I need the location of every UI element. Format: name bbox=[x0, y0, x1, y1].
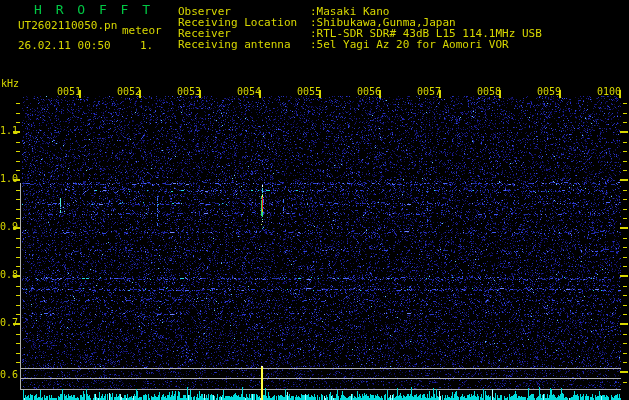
time-tick-label: 0057 bbox=[417, 87, 441, 97]
freq-tick-label: 0.6 bbox=[0, 370, 18, 380]
time-tick-label: 0059 bbox=[537, 87, 561, 97]
time-tick-label: 0058 bbox=[477, 87, 501, 97]
freq-axis-unit: kHz bbox=[1, 79, 19, 89]
spectrogram-canvas bbox=[0, 0, 629, 400]
freq-tick-label: 1.0 bbox=[0, 174, 18, 184]
freq-tick-label: 0.7 bbox=[0, 318, 18, 328]
field-value-antenna: :5el Yagi Az 20 for Aomori VOR bbox=[310, 39, 509, 50]
filename-label: UT2602110050.pn bbox=[18, 20, 117, 31]
app-title: H R O F F T bbox=[34, 3, 153, 16]
time-tick-label: 0056 bbox=[357, 87, 381, 97]
mode-label: meteor bbox=[122, 25, 162, 36]
hrofft-window: H R O F F T UT2602110050.pn meteor 26.02… bbox=[0, 0, 629, 400]
time-tick-label: 0053 bbox=[177, 87, 201, 97]
datetime-label: 26.02.11 00:50 bbox=[18, 40, 111, 51]
freq-tick-label: 1.1 bbox=[0, 126, 18, 136]
time-tick-label: 0100 bbox=[597, 87, 621, 97]
freq-tick-label: 0.8 bbox=[0, 270, 18, 280]
counter-label: 1. bbox=[140, 40, 153, 51]
freq-tick-label: 0.9 bbox=[0, 222, 18, 232]
time-tick-label: 0055 bbox=[297, 87, 321, 97]
time-tick-label: 0054 bbox=[237, 87, 261, 97]
time-tick-label: 0052 bbox=[117, 87, 141, 97]
field-label-antenna: Receiving antenna bbox=[178, 39, 291, 50]
time-tick-label: 0051 bbox=[57, 87, 81, 97]
